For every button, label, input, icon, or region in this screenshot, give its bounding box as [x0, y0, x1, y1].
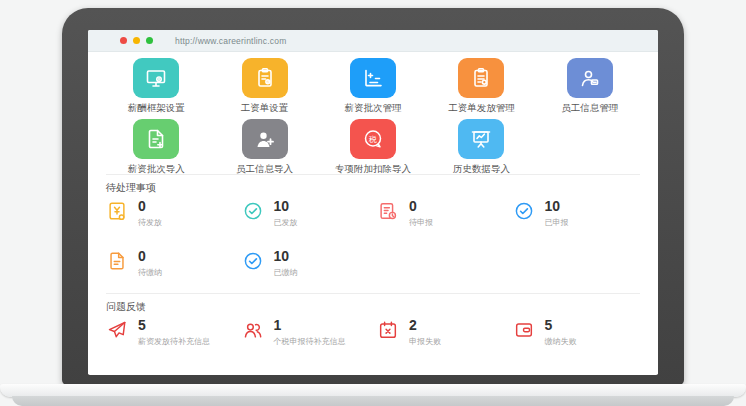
stat-label: 薪资发放待补充信息: [138, 336, 210, 347]
clipboard-list-icon[interactable]: [458, 58, 504, 98]
yen-document-icon: [106, 200, 128, 222]
minimize-window-icon[interactable]: [133, 37, 140, 44]
browser-window: http://www.careerintlinc.com 薪酬框架设置: [88, 30, 658, 375]
close-window-icon[interactable]: [120, 37, 127, 44]
tile-label: 工资单发放管理: [448, 102, 515, 113]
laptop-base-lip: [12, 396, 734, 406]
clipboard-gear-icon[interactable]: [242, 58, 288, 98]
presentation-chart-icon[interactable]: [458, 119, 504, 159]
stat-value: 5: [138, 318, 210, 333]
stat-pending-payment[interactable]: 0 待缴纳: [106, 249, 242, 285]
tile-label: 专项附加扣除导入: [335, 163, 411, 174]
tile-label: 历史数据导入: [453, 163, 510, 174]
tile-salary-batch-import[interactable]: 薪资批次导入: [102, 119, 210, 174]
stat-label: 已发放: [274, 217, 298, 228]
check-circle-icon: [242, 200, 264, 222]
address-bar[interactable]: http://www.careerintlinc.com: [175, 36, 286, 46]
stat-value: 10: [274, 199, 298, 214]
stat-label: 待发放: [138, 217, 162, 228]
window-controls: [120, 37, 153, 44]
stat-label: 待缴纳: [138, 267, 162, 278]
svg-text:税: 税: [368, 135, 377, 144]
stat-value: 10: [274, 249, 298, 264]
people-icon: [242, 319, 264, 341]
stat-label: 个税申报待补充信息: [274, 336, 346, 347]
browser-bar: http://www.careerintlinc.com: [88, 30, 658, 52]
tile-label: 员工信息导入: [236, 163, 293, 174]
stat-paid[interactable]: 10 已缴纳: [242, 249, 378, 285]
stat-value: 0: [409, 199, 433, 214]
document-icon: [106, 250, 128, 272]
tile-label: 薪资批次导入: [128, 163, 185, 174]
feedback-declaration-failed[interactable]: 2 申报失败: [377, 318, 513, 354]
feedback-tax-supplement[interactable]: 1 个税申报待补充信息: [242, 318, 378, 354]
stat-pending-declaration[interactable]: 0 待申报: [377, 199, 513, 235]
feedback-section-title: 问题反馈: [88, 294, 658, 314]
tile-label: 工资单设置: [241, 102, 289, 113]
paper-plane-icon: [106, 319, 128, 341]
tile-empty: [536, 119, 644, 174]
tile-label: 员工信息管理: [561, 102, 618, 113]
tile-salary-batch-management[interactable]: 薪资批次管理: [319, 58, 427, 113]
check-circle-icon: [242, 250, 264, 272]
person-plus-icon[interactable]: [242, 119, 288, 159]
stat-label: 已缴纳: [274, 267, 298, 278]
stat-distributed[interactable]: 10 已发放: [242, 199, 378, 235]
tile-special-deduction-import[interactable]: 税 专项附加扣除导入: [319, 119, 427, 174]
pending-section-title: 待处理事项: [88, 175, 658, 195]
feedback-payout-supplement[interactable]: 5 薪资发放待补充信息: [106, 318, 242, 354]
stat-label: 缴纳失败: [545, 336, 577, 347]
document-plus-icon[interactable]: [133, 119, 179, 159]
tile-salary-framework-settings[interactable]: 薪酬框架设置: [102, 58, 210, 113]
stat-label: 申报失败: [409, 336, 441, 347]
laptop-mockup: http://www.careerintlinc.com 薪酬框架设置: [0, 0, 746, 406]
tile-history-data-import[interactable]: 历史数据导入: [427, 119, 535, 174]
tax-bubble-icon[interactable]: 税: [350, 119, 396, 159]
stat-label: 已申报: [545, 217, 569, 228]
person-card-icon[interactable]: [567, 58, 613, 98]
check-circle-icon: [513, 200, 535, 222]
stat-value: 1: [274, 318, 346, 333]
feedback-payment-failed[interactable]: 5 缴纳失败: [513, 318, 649, 354]
calendar-x-icon: [377, 319, 399, 341]
pending-stats-grid: 0 待发放 10 已发放: [88, 195, 658, 293]
stat-pending-payout[interactable]: 0 待发放: [106, 199, 242, 235]
tile-label: 薪酬框架设置: [128, 102, 185, 113]
stat-value: 5: [545, 318, 577, 333]
stat-value: 2: [409, 318, 441, 333]
chart-plus-minus-icon[interactable]: [350, 58, 396, 98]
tile-employee-info-management[interactable]: 员工信息管理: [536, 58, 644, 113]
stat-label: 待申报: [409, 217, 433, 228]
stat-value: 0: [138, 199, 162, 214]
wallet-icon: [513, 319, 535, 341]
stat-value: 0: [138, 249, 162, 264]
tile-employee-info-import[interactable]: 员工信息导入: [210, 119, 318, 174]
tile-payslip-distribution-management[interactable]: 工资单发放管理: [427, 58, 535, 113]
app-tile-grid: 薪酬框架设置 工资单设置: [88, 52, 658, 174]
tile-label: 薪资批次管理: [344, 102, 401, 113]
stat-declared[interactable]: 10 已申报: [513, 199, 649, 235]
feedback-grid: 5 薪资发放待补充信息 1 个: [88, 314, 658, 362]
document-clock-icon: [377, 200, 399, 222]
monitor-gear-icon[interactable]: [133, 58, 179, 98]
stat-value: 10: [545, 199, 569, 214]
dashboard-content: 薪酬框架设置 工资单设置: [88, 52, 658, 374]
maximize-window-icon[interactable]: [146, 37, 153, 44]
tile-payslip-settings[interactable]: 工资单设置: [210, 58, 318, 113]
